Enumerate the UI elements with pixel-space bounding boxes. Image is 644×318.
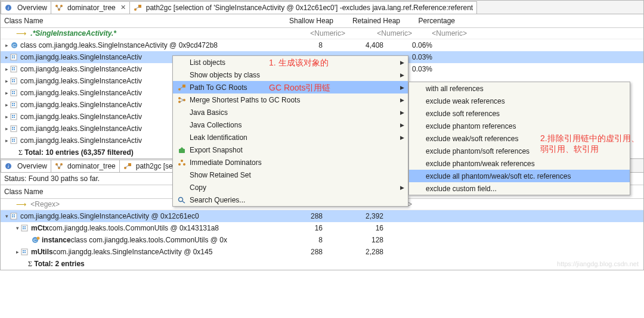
blank-icon bbox=[177, 120, 187, 130]
blank-icon bbox=[413, 146, 423, 156]
menu-item[interactable]: exclude soft references bbox=[409, 107, 630, 120]
expand-icon[interactable]: ▸ bbox=[3, 42, 10, 48]
path-icon bbox=[177, 83, 187, 92]
expand-icon[interactable]: ▸ bbox=[3, 138, 10, 144]
tab-Overview[interactable]: iOverview bbox=[1, 160, 51, 172]
tab-Overview[interactable]: iOverview bbox=[1, 1, 51, 14]
filter-pc[interactable]: <Numeric> bbox=[416, 28, 470, 39]
svg-point-64 bbox=[179, 197, 183, 201]
menu-item[interactable]: exclude weak references bbox=[409, 95, 630, 107]
svg-rect-35 bbox=[12, 105, 13, 106]
menu-item[interactable]: Path To GC Roots▶ bbox=[173, 81, 408, 93]
filter-row-1: ⟶ .*SingleInstanceActivity.* <Numeric> <… bbox=[1, 28, 643, 39]
svg-rect-96 bbox=[24, 252, 26, 253]
expand-icon[interactable]: ▸ bbox=[3, 54, 10, 60]
regex-icon: ⟶ bbox=[16, 29, 26, 38]
row-sh: 8 bbox=[276, 236, 323, 244]
menu-item[interactable]: exclude phantom/soft references bbox=[409, 145, 630, 157]
svg-rect-81 bbox=[14, 214, 15, 216]
row-prefix: instance bbox=[42, 236, 71, 244]
menu-item[interactable]: Java Basics▶ bbox=[173, 106, 408, 119]
tab-dominator_tree[interactable]: dominator_tree✕ bbox=[51, 1, 130, 14]
submenu-arrow-icon: ▶ bbox=[400, 185, 404, 191]
svg-line-59 bbox=[180, 100, 184, 102]
svg-point-91 bbox=[37, 237, 40, 240]
path-icon bbox=[123, 163, 132, 170]
dom-icon bbox=[55, 4, 63, 11]
svg-rect-26 bbox=[14, 81, 15, 82]
table-row[interactable]: ▾com.jiangdg.leaks.SingleInstanceActivit… bbox=[1, 210, 643, 222]
svg-rect-8 bbox=[138, 5, 141, 8]
menu-item[interactable]: Merge Shortest Paths to GC Roots▶ bbox=[173, 93, 408, 106]
table-header-1: Class Name Shallow Heap Retained Heap Pe… bbox=[1, 14, 643, 28]
expand-icon[interactable]: ▸ bbox=[3, 114, 10, 120]
svg-rect-95 bbox=[23, 252, 24, 253]
svg-text:C: C bbox=[33, 238, 37, 243]
menu-item[interactable]: Search Queries... bbox=[173, 194, 408, 206]
row-text: com.jiangdg.leaks.SingleInstanceActiv bbox=[20, 89, 142, 97]
svg-rect-93 bbox=[23, 250, 24, 251]
menu-item[interactable]: exclude phantom references bbox=[409, 120, 630, 132]
obj-icon bbox=[21, 248, 29, 255]
menu-item[interactable]: List objects▶ bbox=[173, 56, 408, 68]
menu-item[interactable]: Show Retained Set bbox=[173, 169, 408, 181]
hdr-class[interactable]: Class Name bbox=[1, 14, 282, 27]
menu-item[interactable]: Export Snapshot bbox=[173, 144, 408, 156]
row-text: com.jiangdg.leaks.SingleInstanceActiv bbox=[20, 65, 142, 73]
expand-icon[interactable]: ▸ bbox=[3, 126, 10, 132]
row-text: com.jiangdg.leaks.SingleInstanceActiv bbox=[20, 101, 142, 109]
blank-icon bbox=[177, 108, 187, 117]
table-row[interactable]: ▸Cclass com.jiangdg.leaks.SingleInstance… bbox=[1, 39, 643, 51]
menu-item[interactable]: with all references bbox=[409, 82, 630, 95]
menu-item[interactable]: exclude weak/soft references bbox=[409, 132, 630, 145]
close-icon[interactable]: ✕ bbox=[120, 4, 126, 11]
submenu-arrow-icon: ▶ bbox=[400, 85, 404, 91]
svg-rect-15 bbox=[12, 57, 13, 58]
row-text: class com.jiangdg.leaks.tools.CommonUtil… bbox=[71, 236, 227, 244]
expand-icon[interactable]: ▾ bbox=[14, 225, 21, 231]
svg-rect-43 bbox=[12, 127, 13, 128]
row-sh: 288 bbox=[276, 212, 323, 220]
menu-item[interactable]: exclude phantom/weak references bbox=[409, 157, 630, 170]
menu-item[interactable]: Copy▶ bbox=[173, 181, 408, 194]
expand-icon[interactable]: ▸ bbox=[3, 102, 10, 108]
class-icon: C bbox=[10, 42, 18, 49]
table-row[interactable]: ▸mUtils com.jiangdg.leaks.SingleInstance… bbox=[1, 246, 643, 258]
blank-icon bbox=[177, 70, 187, 80]
expand-icon[interactable]: ▸ bbox=[14, 249, 21, 255]
menu-item[interactable]: Java Collections▶ bbox=[173, 119, 408, 131]
hdr-rh[interactable]: Retained Heap bbox=[337, 14, 404, 27]
svg-rect-82 bbox=[12, 216, 13, 217]
row-pc: 0.06% bbox=[386, 41, 432, 49]
menu-item[interactable]: Leak Identification▶ bbox=[173, 131, 408, 144]
regex-icon: ⟶ bbox=[16, 200, 26, 208]
svg-rect-85 bbox=[23, 226, 24, 227]
row-rh: 128 bbox=[325, 236, 383, 244]
table-row[interactable]: Cinstance class com.jiangdg.leaks.tools.… bbox=[1, 234, 643, 246]
expand-icon[interactable]: ▸ bbox=[3, 66, 10, 72]
svg-line-65 bbox=[182, 201, 185, 203]
merge-icon bbox=[177, 95, 187, 105]
submenu-arrow-icon: ▶ bbox=[400, 60, 404, 66]
obj-icon bbox=[10, 125, 18, 132]
tab-path2gc[interactable]: path2gc [selection of 'SingleInstanceAct… bbox=[129, 1, 477, 14]
obj-icon bbox=[10, 54, 18, 61]
svg-rect-31 bbox=[14, 93, 15, 94]
svg-point-63 bbox=[183, 163, 185, 166]
hdr-sh[interactable]: Shallow Heap bbox=[282, 14, 337, 27]
hdr-pc[interactable]: Percentage bbox=[404, 14, 459, 27]
row-rh: 16 bbox=[325, 224, 383, 232]
filter-sh[interactable]: <Numeric> bbox=[294, 28, 349, 39]
expand-icon[interactable]: ▸ bbox=[3, 78, 10, 84]
menu-item[interactable]: exclude all phantom/weak/soft etc. refer… bbox=[409, 170, 630, 182]
tab-dominator_tree[interactable]: dominator_tree bbox=[51, 160, 120, 172]
filter-class[interactable]: ⟶ .*SingleInstanceActivity.* bbox=[1, 28, 294, 39]
expand-icon[interactable]: ▸ bbox=[3, 90, 10, 96]
filter-rh[interactable]: <Numeric> bbox=[349, 28, 416, 39]
expand-icon[interactable]: ▾ bbox=[3, 213, 10, 219]
table-row[interactable]: ▾mCtx com.jiangdg.leaks.tools.CommonUtil… bbox=[1, 222, 643, 234]
blank-icon bbox=[177, 170, 187, 180]
menu-item[interactable]: Show objects by class▶ bbox=[173, 68, 408, 81]
menu-item[interactable]: exclude custom field... bbox=[409, 182, 630, 195]
menu-item[interactable]: Immediate Dominators bbox=[173, 156, 408, 169]
